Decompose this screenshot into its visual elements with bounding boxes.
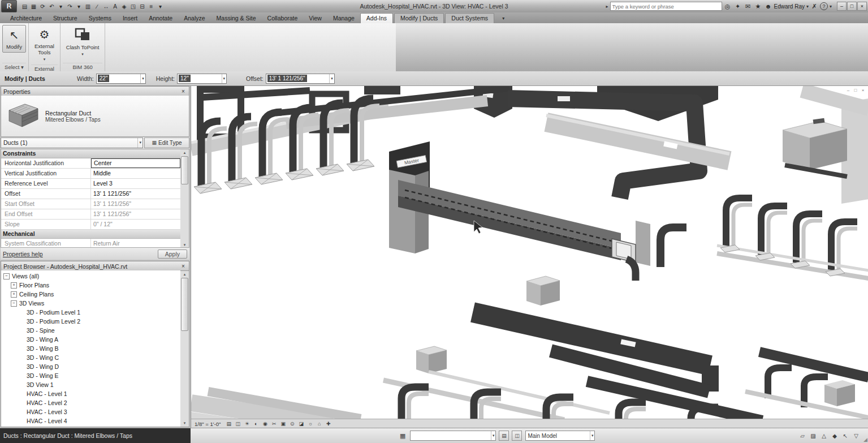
property-value-slope[interactable]: 0" / 12" <box>91 220 180 229</box>
height-caret-icon[interactable]: ▾ <box>222 74 227 83</box>
tree-item-hvac-level-1[interactable]: HVAC - Level 1 <box>1 389 180 398</box>
height-combo[interactable]: 12" ▾ <box>177 74 227 84</box>
tab-systems[interactable]: Systems <box>83 14 117 23</box>
user-menu-caret-icon[interactable]: ▾ <box>806 4 809 9</box>
clash-topoint-button[interactable]: Clash ToPoint ▾ <box>63 25 102 59</box>
close-button[interactable]: × <box>857 2 867 11</box>
sun-path-icon[interactable]: ☀ <box>243 420 251 428</box>
scroll-up-icon[interactable]: ▴ <box>184 149 186 156</box>
ribbon-display-toggle[interactable]: ▾ <box>502 16 504 23</box>
restore-button[interactable]: □ <box>847 2 857 11</box>
section-icon[interactable]: ⊟ <box>138 2 146 11</box>
width-caret-icon[interactable]: ▾ <box>140 74 145 83</box>
tree-item-ceiling-plans[interactable]: +Ceiling Plans <box>1 290 180 299</box>
minimize-button[interactable]: – <box>837 2 847 11</box>
signed-in-user[interactable]: Edward Ray <box>774 3 805 10</box>
property-value-vertical-justification[interactable]: Middle <box>91 169 180 178</box>
view-restore-icon[interactable]: □ <box>853 88 858 93</box>
tree-item-3d-wing-d[interactable]: 3D - Wing D <box>1 362 180 371</box>
lock-3d-view-icon[interactable]: ⊙ <box>288 420 296 428</box>
drag-on-selection-icon[interactable]: ↖ <box>841 432 849 440</box>
apply-button[interactable]: Apply <box>158 250 187 259</box>
visual-style-icon[interactable]: ◫ <box>234 420 241 428</box>
select-links-icon[interactable]: ▱ <box>798 432 806 440</box>
application-menu-button[interactable]: R <box>1 0 17 12</box>
tree-item-3d-views[interactable]: −3D Views <box>1 299 180 308</box>
tab-add-ins[interactable]: Add-Ins <box>360 13 393 23</box>
external-tools-button[interactable]: ⚙ External Tools ▾ <box>31 25 58 64</box>
select-pinned-icon[interactable]: △ <box>820 432 828 440</box>
workset-caret-icon[interactable]: ▾ <box>491 431 496 440</box>
design-option-select[interactable]: Main Model ▾ <box>525 431 595 441</box>
tag-icon[interactable]: ◈ <box>120 2 128 11</box>
property-value-start-offset[interactable]: 13' 1 121/256" <box>91 199 180 209</box>
tree-toggle-icon[interactable]: + <box>11 291 17 298</box>
scale-button[interactable]: 1/8" = 1'-0" <box>195 421 221 427</box>
exchange-apps-icon[interactable]: ✗ <box>810 3 818 10</box>
drawing-area[interactable]: Master <box>191 86 868 428</box>
text-icon[interactable]: A <box>111 2 119 11</box>
open-icon[interactable]: ▤ <box>20 2 29 11</box>
rendering-dialog-icon[interactable]: ◉ <box>261 420 269 428</box>
browser-close-icon[interactable]: × <box>180 263 187 269</box>
show-crop-region-icon[interactable]: ▣ <box>279 420 287 428</box>
select-by-face-icon[interactable]: ◆ <box>831 432 839 440</box>
modify-button[interactable]: ↖ Modify <box>2 25 26 53</box>
analytical-model-icon[interactable]: ⌂ <box>316 420 323 428</box>
tab-architecture[interactable]: Architecture <box>5 14 47 23</box>
keyword-search-input[interactable] <box>610 2 722 11</box>
editable-only-icon[interactable]: ▦ <box>400 432 405 440</box>
width-combo[interactable]: 22" ▾ <box>96 74 146 84</box>
sync-with-central-icon[interactable]: ⟳ <box>38 2 47 11</box>
tab-view[interactable]: View <box>303 14 327 23</box>
worksets-icon[interactable]: ▤ <box>499 431 509 441</box>
design-option-caret-icon[interactable]: ▾ <box>590 431 595 440</box>
offset-combo[interactable]: 13' 1 121/256" ▾ <box>266 74 335 84</box>
group-header-mechanical[interactable]: Mechanical <box>1 230 180 239</box>
tree-item-3d-podium-level-2[interactable]: 3D - Podium Level 2 <box>1 317 180 326</box>
measure-icon[interactable]: ∕ <box>93 2 101 11</box>
tab-duct-systems[interactable]: Duct Systems <box>445 13 494 23</box>
undo-icon[interactable]: ↶ <box>47 2 56 11</box>
detail-level-icon[interactable]: ▤ <box>225 420 232 428</box>
active-workset-field[interactable]: ▾ <box>410 431 496 441</box>
displacement-sets-icon[interactable]: ✚ <box>325 420 332 428</box>
offset-caret-icon[interactable]: ▾ <box>329 74 334 83</box>
tab-collaborate[interactable]: Collaborate <box>262 14 304 23</box>
save-icon[interactable]: ▦ <box>29 2 38 11</box>
resize-grip[interactable]: ◢ <box>863 437 867 442</box>
tab-manage[interactable]: Manage <box>327 14 360 23</box>
tree-item-3d-wing-e[interactable]: 3D - Wing E <box>1 371 180 380</box>
tree-item-3d-wing-c[interactable]: 3D - Wing C <box>1 353 180 362</box>
tree-item-hvac-level-4[interactable]: HVAC - Level 4 <box>1 416 180 425</box>
tree-item-3d-view-1[interactable]: 3D View 1 <box>1 380 180 389</box>
external-tools-caret-icon[interactable]: ▾ <box>44 56 46 62</box>
search-topics-caret-icon[interactable]: ▸ <box>606 4 608 9</box>
tree-item-3d-podium-level-1[interactable]: 3D - Podium Level 1 <box>1 308 180 317</box>
search-icon[interactable]: ◎ <box>724 3 732 10</box>
crop-view-icon[interactable]: ✂ <box>270 420 278 428</box>
select-panel-label[interactable]: Select ▾ <box>2 63 26 71</box>
tree-item-3d-spine[interactable]: 3D - Spine <box>1 326 180 335</box>
reveal-hidden-elements-icon[interactable]: ☼ <box>306 420 314 428</box>
tree-item-views-all[interactable]: −Views (all) <box>1 272 180 281</box>
tree-item-3d-wing-a[interactable]: 3D - Wing A <box>1 335 180 344</box>
tab-annotate[interactable]: Annotate <box>143 14 178 23</box>
element-filter-combo[interactable]: Ducts (1) ▾ <box>1 137 143 148</box>
tree-item-hvac-level-5[interactable]: HVAC - Level 5 <box>1 425 180 427</box>
properties-close-icon[interactable]: × <box>180 88 187 94</box>
tree-item-hvac-level-3[interactable]: HVAC - Level 3 <box>1 407 180 416</box>
tree-item-3d-wing-b[interactable]: 3D - Wing B <box>1 344 180 353</box>
tab-structure[interactable]: Structure <box>47 14 83 23</box>
favorites-icon[interactable]: ★ <box>754 3 762 10</box>
properties-scrollbar[interactable]: ▴ ▾ <box>180 149 189 249</box>
default-3d-view-icon[interactable]: ◳ <box>129 2 137 11</box>
redo-caret-icon[interactable]: ▾ <box>75 2 83 11</box>
design-options-icon[interactable]: ◫ <box>512 431 522 441</box>
filter-icon[interactable]: ▽ <box>852 432 860 440</box>
tree-item-hvac-level-2[interactable]: HVAC - Level 2 <box>1 398 180 407</box>
tree-toggle-icon[interactable]: − <box>3 273 10 279</box>
help-caret-icon[interactable]: ▾ <box>830 4 832 9</box>
tab-modify-ducts[interactable]: Modify | Ducts <box>394 13 444 23</box>
select-underlay-icon[interactable]: ▨ <box>809 432 817 440</box>
